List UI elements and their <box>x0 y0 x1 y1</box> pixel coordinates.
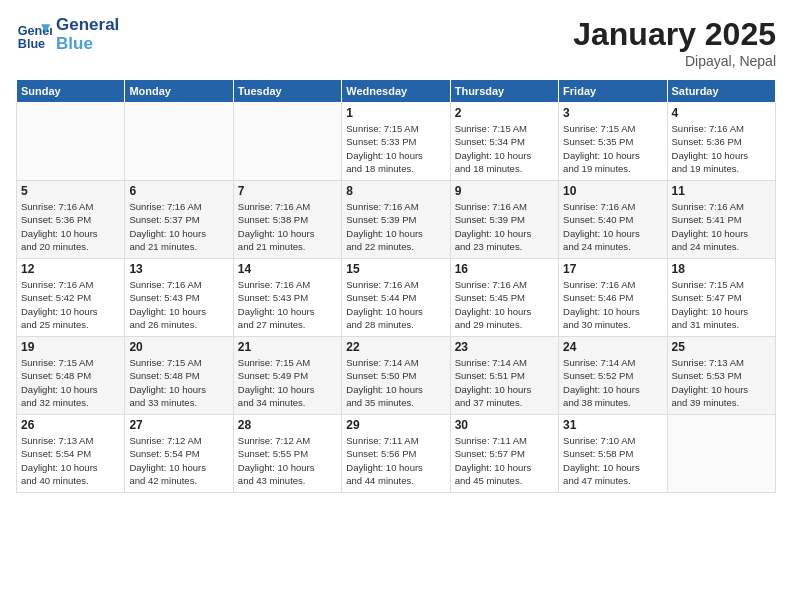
day-info: Sunrise: 7:13 AM Sunset: 5:53 PM Dayligh… <box>672 356 771 409</box>
day-info: Sunrise: 7:15 AM Sunset: 5:33 PM Dayligh… <box>346 122 445 175</box>
day-number: 25 <box>672 340 771 354</box>
weekday-header: Friday <box>559 80 667 103</box>
calendar-cell: 12Sunrise: 7:16 AM Sunset: 5:42 PM Dayli… <box>17 259 125 337</box>
day-info: Sunrise: 7:16 AM Sunset: 5:38 PM Dayligh… <box>238 200 337 253</box>
day-info: Sunrise: 7:16 AM Sunset: 5:39 PM Dayligh… <box>455 200 554 253</box>
day-info: Sunrise: 7:14 AM Sunset: 5:52 PM Dayligh… <box>563 356 662 409</box>
day-info: Sunrise: 7:15 AM Sunset: 5:47 PM Dayligh… <box>672 278 771 331</box>
calendar-cell <box>233 103 341 181</box>
day-info: Sunrise: 7:16 AM Sunset: 5:40 PM Dayligh… <box>563 200 662 253</box>
day-number: 29 <box>346 418 445 432</box>
day-number: 10 <box>563 184 662 198</box>
calendar-cell: 24Sunrise: 7:14 AM Sunset: 5:52 PM Dayli… <box>559 337 667 415</box>
calendar-cell: 16Sunrise: 7:16 AM Sunset: 5:45 PM Dayli… <box>450 259 558 337</box>
day-number: 12 <box>21 262 120 276</box>
weekday-header: Saturday <box>667 80 775 103</box>
day-number: 30 <box>455 418 554 432</box>
calendar-week-row: 1Sunrise: 7:15 AM Sunset: 5:33 PM Daylig… <box>17 103 776 181</box>
day-number: 9 <box>455 184 554 198</box>
day-info: Sunrise: 7:11 AM Sunset: 5:57 PM Dayligh… <box>455 434 554 487</box>
calendar-cell: 18Sunrise: 7:15 AM Sunset: 5:47 PM Dayli… <box>667 259 775 337</box>
day-info: Sunrise: 7:16 AM Sunset: 5:36 PM Dayligh… <box>21 200 120 253</box>
day-info: Sunrise: 7:12 AM Sunset: 5:54 PM Dayligh… <box>129 434 228 487</box>
location: Dipayal, Nepal <box>573 53 776 69</box>
day-info: Sunrise: 7:16 AM Sunset: 5:37 PM Dayligh… <box>129 200 228 253</box>
weekday-header: Sunday <box>17 80 125 103</box>
day-number: 17 <box>563 262 662 276</box>
weekday-header-row: SundayMondayTuesdayWednesdayThursdayFrid… <box>17 80 776 103</box>
day-number: 20 <box>129 340 228 354</box>
title-block: January 2025 Dipayal, Nepal <box>573 16 776 69</box>
day-number: 13 <box>129 262 228 276</box>
day-info: Sunrise: 7:16 AM Sunset: 5:42 PM Dayligh… <box>21 278 120 331</box>
day-number: 1 <box>346 106 445 120</box>
calendar-cell: 10Sunrise: 7:16 AM Sunset: 5:40 PM Dayli… <box>559 181 667 259</box>
calendar-cell: 22Sunrise: 7:14 AM Sunset: 5:50 PM Dayli… <box>342 337 450 415</box>
day-info: Sunrise: 7:15 AM Sunset: 5:34 PM Dayligh… <box>455 122 554 175</box>
logo-line1: General <box>56 16 119 35</box>
weekday-header: Thursday <box>450 80 558 103</box>
calendar-cell: 11Sunrise: 7:16 AM Sunset: 5:41 PM Dayli… <box>667 181 775 259</box>
day-number: 11 <box>672 184 771 198</box>
calendar-cell: 21Sunrise: 7:15 AM Sunset: 5:49 PM Dayli… <box>233 337 341 415</box>
calendar-cell: 23Sunrise: 7:14 AM Sunset: 5:51 PM Dayli… <box>450 337 558 415</box>
calendar-cell: 19Sunrise: 7:15 AM Sunset: 5:48 PM Dayli… <box>17 337 125 415</box>
calendar-cell: 28Sunrise: 7:12 AM Sunset: 5:55 PM Dayli… <box>233 415 341 493</box>
calendar-cell: 26Sunrise: 7:13 AM Sunset: 5:54 PM Dayli… <box>17 415 125 493</box>
calendar-cell: 9Sunrise: 7:16 AM Sunset: 5:39 PM Daylig… <box>450 181 558 259</box>
day-number: 16 <box>455 262 554 276</box>
calendar-week-row: 5Sunrise: 7:16 AM Sunset: 5:36 PM Daylig… <box>17 181 776 259</box>
day-info: Sunrise: 7:16 AM Sunset: 5:43 PM Dayligh… <box>129 278 228 331</box>
day-number: 5 <box>21 184 120 198</box>
day-number: 14 <box>238 262 337 276</box>
day-number: 8 <box>346 184 445 198</box>
day-info: Sunrise: 7:15 AM Sunset: 5:35 PM Dayligh… <box>563 122 662 175</box>
day-number: 22 <box>346 340 445 354</box>
day-info: Sunrise: 7:15 AM Sunset: 5:49 PM Dayligh… <box>238 356 337 409</box>
calendar-week-row: 12Sunrise: 7:16 AM Sunset: 5:42 PM Dayli… <box>17 259 776 337</box>
weekday-header: Tuesday <box>233 80 341 103</box>
day-number: 28 <box>238 418 337 432</box>
calendar-cell: 7Sunrise: 7:16 AM Sunset: 5:38 PM Daylig… <box>233 181 341 259</box>
day-info: Sunrise: 7:12 AM Sunset: 5:55 PM Dayligh… <box>238 434 337 487</box>
day-number: 6 <box>129 184 228 198</box>
day-number: 26 <box>21 418 120 432</box>
day-number: 21 <box>238 340 337 354</box>
month-title: January 2025 <box>573 16 776 53</box>
day-info: Sunrise: 7:14 AM Sunset: 5:51 PM Dayligh… <box>455 356 554 409</box>
day-info: Sunrise: 7:13 AM Sunset: 5:54 PM Dayligh… <box>21 434 120 487</box>
day-info: Sunrise: 7:16 AM Sunset: 5:46 PM Dayligh… <box>563 278 662 331</box>
svg-text:Blue: Blue <box>18 36 45 50</box>
day-info: Sunrise: 7:15 AM Sunset: 5:48 PM Dayligh… <box>21 356 120 409</box>
calendar-cell: 14Sunrise: 7:16 AM Sunset: 5:43 PM Dayli… <box>233 259 341 337</box>
day-number: 23 <box>455 340 554 354</box>
day-info: Sunrise: 7:10 AM Sunset: 5:58 PM Dayligh… <box>563 434 662 487</box>
logo-icon: General Blue <box>16 17 52 53</box>
calendar-cell: 5Sunrise: 7:16 AM Sunset: 5:36 PM Daylig… <box>17 181 125 259</box>
day-number: 24 <box>563 340 662 354</box>
calendar-table: SundayMondayTuesdayWednesdayThursdayFrid… <box>16 79 776 493</box>
calendar-week-row: 19Sunrise: 7:15 AM Sunset: 5:48 PM Dayli… <box>17 337 776 415</box>
day-info: Sunrise: 7:16 AM Sunset: 5:44 PM Dayligh… <box>346 278 445 331</box>
calendar-cell: 15Sunrise: 7:16 AM Sunset: 5:44 PM Dayli… <box>342 259 450 337</box>
day-info: Sunrise: 7:15 AM Sunset: 5:48 PM Dayligh… <box>129 356 228 409</box>
calendar-cell: 30Sunrise: 7:11 AM Sunset: 5:57 PM Dayli… <box>450 415 558 493</box>
day-info: Sunrise: 7:16 AM Sunset: 5:41 PM Dayligh… <box>672 200 771 253</box>
day-number: 18 <box>672 262 771 276</box>
calendar-cell: 20Sunrise: 7:15 AM Sunset: 5:48 PM Dayli… <box>125 337 233 415</box>
day-info: Sunrise: 7:16 AM Sunset: 5:39 PM Dayligh… <box>346 200 445 253</box>
weekday-header: Monday <box>125 80 233 103</box>
day-info: Sunrise: 7:16 AM Sunset: 5:36 PM Dayligh… <box>672 122 771 175</box>
calendar-cell: 3Sunrise: 7:15 AM Sunset: 5:35 PM Daylig… <box>559 103 667 181</box>
day-number: 7 <box>238 184 337 198</box>
calendar-cell: 25Sunrise: 7:13 AM Sunset: 5:53 PM Dayli… <box>667 337 775 415</box>
calendar-cell: 8Sunrise: 7:16 AM Sunset: 5:39 PM Daylig… <box>342 181 450 259</box>
day-number: 4 <box>672 106 771 120</box>
calendar-week-row: 26Sunrise: 7:13 AM Sunset: 5:54 PM Dayli… <box>17 415 776 493</box>
calendar-cell <box>667 415 775 493</box>
calendar-cell: 29Sunrise: 7:11 AM Sunset: 5:56 PM Dayli… <box>342 415 450 493</box>
logo: General Blue General Blue <box>16 16 119 53</box>
calendar-cell: 13Sunrise: 7:16 AM Sunset: 5:43 PM Dayli… <box>125 259 233 337</box>
page-header: General Blue General Blue January 2025 D… <box>16 16 776 69</box>
day-info: Sunrise: 7:14 AM Sunset: 5:50 PM Dayligh… <box>346 356 445 409</box>
